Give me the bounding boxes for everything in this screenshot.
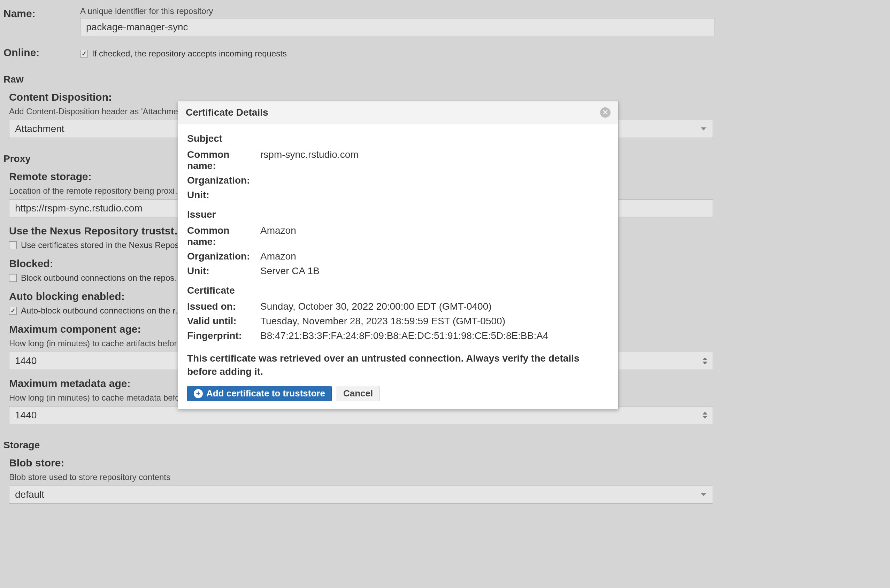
add-button-label: Add certificate to truststore [206,388,325,399]
fingerprint-value: B8:47:21:B3:3F:FA:24:8F:09:B8:AE:DC:51:9… [260,330,548,341]
cancel-button-label: Cancel [343,388,373,399]
close-icon: ✕ [602,108,608,117]
issuer-unit-label: Unit: [187,266,260,277]
subject-cn-label: Common name: [187,149,260,171]
subject-cn-value: rspm-sync.rstudio.com [260,149,359,160]
issued-on-value: Sunday, October 30, 2022 20:00:00 EDT (G… [260,301,492,312]
plus-icon: + [194,389,203,398]
modal-overlay: Certificate Details ✕ Subject Common nam… [0,0,890,588]
issuer-org-label: Organization: [187,251,260,262]
fingerprint-label: Fingerprint: [187,330,260,341]
subject-unit-label: Unit: [187,189,260,201]
certificate-dialog: Certificate Details ✕ Subject Common nam… [178,101,618,409]
valid-until-label: Valid until: [187,316,260,327]
add-to-truststore-button[interactable]: + Add certificate to truststore [187,386,332,401]
certificate-heading: Certificate [187,285,609,296]
issuer-cn-value: Amazon [260,225,296,236]
cert-warning: This certificate was retrieved over an u… [187,352,609,378]
issued-on-label: Issued on: [187,301,260,312]
close-button[interactable]: ✕ [600,107,611,118]
subject-org-label: Organization: [187,175,260,186]
issuer-heading: Issuer [187,209,609,220]
issuer-unit-value: Server CA 1B [260,266,320,277]
cancel-button[interactable]: Cancel [337,386,380,401]
valid-until-value: Tuesday, November 28, 2023 18:59:59 EST … [260,316,505,327]
dialog-title: Certificate Details [186,107,268,118]
issuer-org-value: Amazon [260,251,296,262]
issuer-cn-label: Common name: [187,225,260,248]
subject-heading: Subject [187,133,609,144]
